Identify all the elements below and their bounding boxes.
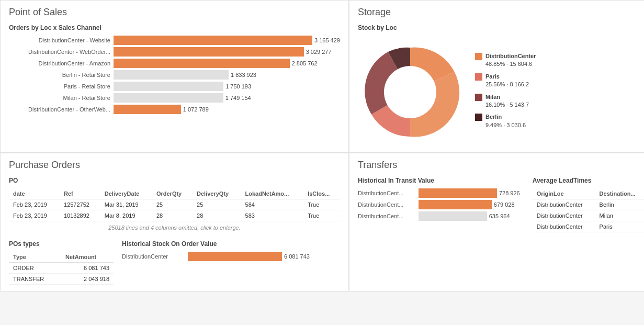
transit-section: Historical In Transit Value Distribution… xyxy=(358,177,520,232)
po-table-title: PO xyxy=(9,177,340,184)
table-cell: Feb 23, 2019 xyxy=(9,199,60,210)
legend-color-swatch xyxy=(475,53,482,60)
po-table-header: IsClos... xyxy=(303,188,340,199)
bar-row: Berlin - RetailStore1 833 923 xyxy=(9,70,340,80)
po-table-note[interactable]: 25018 lines and 4 columns omitted, click… xyxy=(9,221,340,234)
bar-fill xyxy=(114,105,181,114)
table-cell: Paris xyxy=(595,221,644,232)
lead-times-table: OriginLocDestination...AvgLead...Distrib… xyxy=(533,188,644,232)
bar-row: DistributionCenter - OtherWeb...1 072 78… xyxy=(9,105,340,114)
legend-item: Paris25.56% · 8 166.2 xyxy=(475,73,536,89)
dashboard: Point of Sales Orders by Loc x Sales Cha… xyxy=(0,0,644,292)
bar-value: 1 749 154 xyxy=(223,95,251,101)
transfers-panel: Transfers Historical In Transit Value Di… xyxy=(349,153,644,292)
bar-row: Paris - RetailStore1 750 193 xyxy=(9,82,340,91)
table-cell: DistributionCenter xyxy=(533,221,595,232)
legend-item: DistributionCenter48.85% · 15 604.6 xyxy=(475,52,536,69)
transit-title: Historical In Transit Value xyxy=(358,177,520,184)
bar-row: DistributionCenter - Website3 165 429 xyxy=(9,36,340,45)
bar-label: Berlin - RetailStore xyxy=(9,72,114,78)
pos-panel: Point of Sales Orders by Loc x Sales Cha… xyxy=(0,0,349,153)
table-row: ORDER6 081 743 xyxy=(9,263,114,274)
hist-stock-section: Historical Stock On Order Value Distribu… xyxy=(122,240,340,285)
transfers-title: Transfers xyxy=(358,160,644,171)
table-cell: 2 043 918 xyxy=(61,274,114,285)
table-cell: Mar 31, 2019 xyxy=(100,199,152,210)
table-cell: DistributionCenter xyxy=(533,199,595,210)
po-table-header: DeliveryQty xyxy=(193,188,241,199)
bar-row: DistributionCenter - WebOrder...3 029 27… xyxy=(9,47,340,57)
svg-point-0 xyxy=(384,66,436,118)
bar-fill xyxy=(114,82,223,91)
bar-track: 1 833 923 xyxy=(114,70,340,80)
bar-fill xyxy=(114,36,312,45)
legend-text: Berlin9.49% · 3 030.6 xyxy=(485,113,526,129)
table-cell: TRANSFER xyxy=(9,274,61,285)
bar-value: 1 750 193 xyxy=(223,83,251,89)
bar-row: DistributionCenter - Amazon2 805 762 xyxy=(9,59,340,68)
legend-color-swatch xyxy=(475,73,482,81)
bar-track: 1 072 789 xyxy=(114,105,340,114)
bar-value: 2 805 762 xyxy=(290,60,318,66)
legend-text: Milan16.10% · 5 143.7 xyxy=(485,93,529,109)
legend-item: Berlin9.49% · 3 030.6 xyxy=(475,113,536,129)
transit-bar-label: DistributionCent... xyxy=(358,213,415,219)
bar-fill xyxy=(114,70,229,80)
bar-fill xyxy=(114,47,304,57)
table-cell: ORDER xyxy=(9,263,61,274)
transfers-content: Historical In Transit Value Distribution… xyxy=(358,177,644,232)
donut-legend: DistributionCenter48.85% · 15 604.6Paris… xyxy=(475,52,536,133)
po-table-header: LokadNetAmo... xyxy=(241,188,304,199)
bar-label: DistributionCenter - OtherWeb... xyxy=(9,106,114,113)
bottom-panels: POs types TypeNetAmountORDER6 081 743TRA… xyxy=(9,240,340,285)
table-row: DistributionCenterParis5.50 days xyxy=(533,221,644,232)
bar-track: 3 029 277 xyxy=(114,47,340,57)
transit-bar-label: DistributionCent... xyxy=(358,190,415,196)
transit-bar-row: DistributionCent...728 926 xyxy=(358,188,520,198)
transit-bar-chart: DistributionCent...728 926DistributionCe… xyxy=(358,188,520,221)
bar-track: 3 165 429 xyxy=(114,36,340,45)
storage-content: DistributionCenter48.85% · 15 604.6Paris… xyxy=(358,36,644,146)
table-cell: 6 081 743 xyxy=(61,263,114,274)
bar-label: DistributionCenter - Website xyxy=(9,37,114,43)
hist-stock-chart: DistributionCenter6 081 743 xyxy=(122,252,340,261)
po-table-header: Ref xyxy=(60,188,100,199)
po-table-header: OrderQty xyxy=(152,188,193,199)
transit-bar-track: 635 964 xyxy=(419,211,520,221)
lead-title: Average LeadTimes xyxy=(533,177,644,184)
stock-bar-value: 6 081 743 xyxy=(282,253,310,260)
stock-bar-fill xyxy=(188,252,282,261)
table-cell: 25 xyxy=(193,199,241,210)
table-cell: 10132892 xyxy=(60,210,100,221)
bar-value: 3 165 429 xyxy=(312,37,340,43)
stock-bar-label: DistributionCenter xyxy=(122,253,185,260)
table-cell: Feb 23, 2019 xyxy=(9,210,60,221)
table-row: TRANSFER2 043 918 xyxy=(9,274,114,285)
donut-chart xyxy=(358,40,462,146)
bar-value: 1 833 923 xyxy=(229,72,256,78)
transit-bar-track: 728 926 xyxy=(419,188,520,198)
lead-table-header: OriginLoc xyxy=(533,188,595,199)
stock-bar-row: DistributionCenter6 081 743 xyxy=(122,252,340,261)
bar-fill xyxy=(114,93,223,103)
table-row: Feb 23, 201912572752Mar 31, 20192525584T… xyxy=(9,199,340,210)
legend-text: DistributionCenter48.85% · 15 604.6 xyxy=(485,52,536,69)
transit-bar-value: 635 964 xyxy=(487,213,510,219)
pos-types-header: NetAmount xyxy=(61,252,114,263)
table-cell: 583 xyxy=(241,210,304,221)
table-cell: 25 xyxy=(152,199,193,210)
bar-track: 2 805 762 xyxy=(114,59,340,68)
table-cell: 28 xyxy=(193,210,241,221)
transit-bar-fill xyxy=(419,188,497,198)
storage-panel: Storage Stock by Loc Distributio xyxy=(349,0,644,153)
pos-title: Point of Sales xyxy=(9,7,340,18)
storage-title: Storage xyxy=(358,7,644,18)
lead-times-section: Average LeadTimes OriginLocDestination..… xyxy=(533,177,644,232)
table-cell: Berlin xyxy=(595,199,644,210)
stock-chart-title: Stock by Loc xyxy=(358,24,644,31)
bar-value: 1 072 789 xyxy=(181,106,209,113)
po-table: dateRefDeliveryDateOrderQtyDeliveryQtyLo… xyxy=(9,188,340,221)
transit-bar-row: DistributionCent...635 964 xyxy=(358,211,520,221)
lead-table-header: Destination... xyxy=(595,188,644,199)
bar-track: 1 750 193 xyxy=(114,82,340,91)
